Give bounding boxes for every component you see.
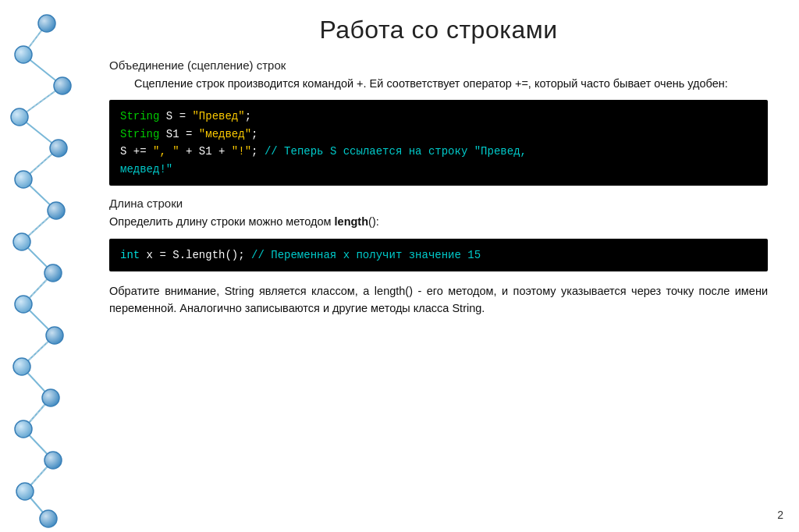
svg-point-38 [44,452,62,469]
svg-point-24 [38,15,55,32]
code-block-1: String S = "Превед"; String S1 = "медвед… [109,100,768,186]
code-block-2: int x = S.length(); // Переменная x полу… [109,239,768,271]
svg-point-28 [50,140,67,157]
svg-point-31 [13,233,30,250]
svg-point-30 [48,202,65,219]
main-content: Работа со строками Объединение (сцеплени… [94,0,799,532]
svg-point-32 [44,264,62,282]
svg-point-34 [46,327,63,344]
section1-text: Сцепление строк производится командой +.… [109,75,768,92]
section1-heading: Объединение (сцепление) строк [109,59,768,72]
section2-text: Определить длину строки можно методом le… [109,213,768,230]
svg-point-37 [15,420,32,438]
svg-point-39 [16,483,34,500]
svg-point-29 [15,171,32,188]
svg-point-33 [15,296,32,313]
code-line-1: String S = "Превед"; [120,108,757,125]
section3-text: Обратите внимание, String является класс… [109,282,768,317]
code-line-3: S += ", " + S1 + "!"; // Теперь S ссылае… [120,143,757,160]
svg-point-35 [13,358,30,375]
svg-point-25 [15,46,32,63]
slide-page: Работа со строками Объединение (сцеплени… [0,0,799,532]
code-line-2: String S1 = "медвед"; [120,126,757,143]
dna-decoration [0,0,94,532]
svg-point-27 [11,108,28,126]
page-number: 2 [777,509,783,521]
svg-point-26 [54,77,71,94]
page-title: Работа со строками [109,16,768,44]
code-line-int: int x = S.length(); // Переменная x полу… [120,246,757,264]
code-line-3b: медвед!" [120,161,757,178]
section2-heading: Длина строки [109,197,768,210]
svg-point-36 [42,389,59,406]
svg-point-40 [40,510,57,527]
